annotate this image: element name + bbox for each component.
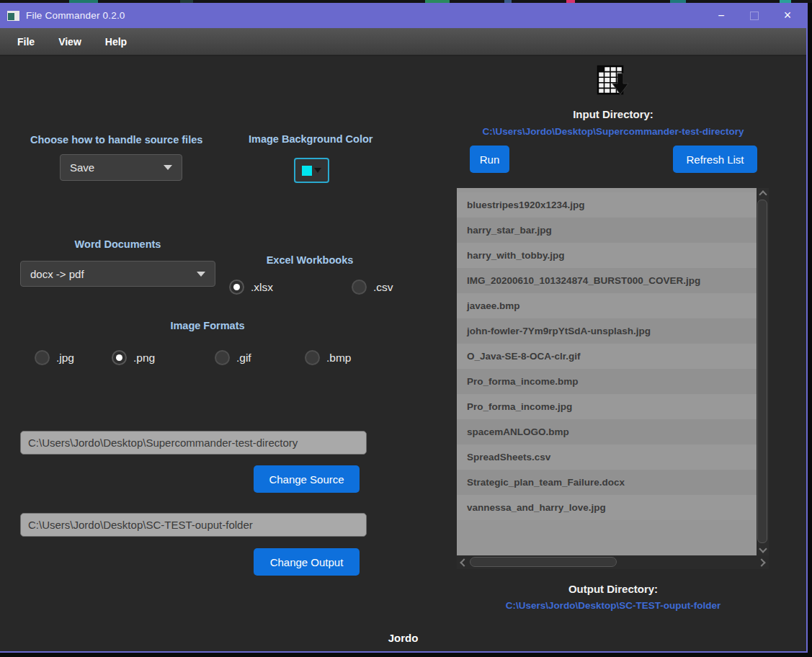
input-directory-label: Input Directory: [457, 108, 769, 120]
screen: File Commander 0.2.0 − × FileViewHelp Ch… [0, 0, 812, 657]
spreadsheet-import-icon [596, 65, 630, 98]
chevron-right-icon [757, 558, 765, 566]
scroll-right-button[interactable] [757, 555, 769, 569]
radio-option-xlsx[interactable]: .xlsx [229, 280, 273, 295]
radio-option-png[interactable]: .png [112, 350, 155, 365]
source-directory-input[interactable]: C:\Users\Jordo\Desktop\Supercommander-te… [20, 431, 367, 455]
window-controls: − × [705, 3, 804, 28]
radio-label: .gif [236, 352, 251, 365]
radio-unselected-icon[interactable] [352, 280, 367, 295]
file-list-item[interactable]: john-fowler-7Ym9rpYtSdA-unsplash.jpg [457, 318, 757, 344]
chevron-down-icon [314, 168, 321, 173]
output-directory-input[interactable]: C:\Users\Jordo\Desktop\SC-TEST-ouput-fol… [20, 513, 367, 537]
menu-item-file[interactable]: File [17, 36, 35, 48]
source-handling-value: Save [70, 161, 94, 174]
chevron-down-icon [197, 272, 205, 277]
menu-bar: FileViewHelp [0, 28, 806, 56]
chevron-down-icon [164, 165, 172, 170]
input-directory-path: C:\Users\Jordo\Desktop\Supercommander-te… [457, 126, 769, 137]
radio-option-bmp[interactable]: .bmp [305, 350, 351, 365]
maximize-icon [750, 12, 759, 20]
image-bg-color-label: Image Background Color [249, 133, 372, 145]
chevron-up-icon [759, 190, 767, 198]
file-list-item[interactable]: Pro_forma_income.bmp [457, 369, 757, 394]
radio-unselected-icon[interactable] [35, 350, 50, 365]
scroll-left-button[interactable] [457, 555, 469, 569]
file-list-item[interactable]: harry_star_bar.jpg [457, 218, 757, 243]
source-handling-dropdown[interactable]: Save [60, 154, 182, 181]
file-list-item[interactable]: SpreadSheets.csv [457, 444, 757, 470]
radio-unselected-icon[interactable] [215, 350, 230, 365]
vertical-scrollbar[interactable] [757, 188, 769, 555]
menu-item-view[interactable]: View [58, 36, 81, 48]
maximize-button[interactable] [738, 3, 771, 28]
output-directory-path: C:\Users\Jordo\Desktop\SC-TEST-ouput-fol… [457, 600, 769, 611]
radio-selected-icon[interactable] [229, 280, 244, 295]
radio-option-gif[interactable]: .gif [215, 350, 251, 365]
refresh-list-button[interactable]: Refresh List [673, 146, 757, 173]
image-bg-color-dropdown[interactable] [294, 158, 329, 183]
source-handling-label: Choose how to handle source files [30, 134, 202, 146]
radio-label: .jpg [56, 352, 74, 365]
scroll-down-button[interactable] [757, 545, 769, 555]
file-list-item[interactable]: Strategic_plan_team_Failure.docx [457, 470, 757, 495]
file-list-item[interactable]: bluestripes1920x1234.jpg [457, 192, 757, 218]
file-list-item[interactable]: O_Java-SE-8-OCA-clr.gif [457, 344, 757, 369]
app-window: File Commander 0.2.0 − × FileViewHelp Ch… [0, 3, 808, 653]
chevron-left-icon [460, 558, 468, 566]
window-title: File Commander 0.2.0 [26, 10, 125, 21]
change-source-button[interactable]: Change Source [254, 465, 360, 493]
horizontal-scrollbar-thumb[interactable] [470, 557, 617, 567]
minimize-icon: − [718, 9, 724, 22]
app-icon [7, 11, 19, 21]
username-label: Jordo [0, 632, 806, 644]
radio-unselected-icon[interactable] [305, 350, 320, 365]
main-content: Choose how to handle source files Save I… [0, 56, 806, 651]
file-list-item[interactable]: Pro_forma_income.jpg [457, 394, 757, 419]
file-list-item[interactable]: spacemANLOGO.bmp [457, 419, 757, 444]
vertical-scrollbar-thumb[interactable] [757, 200, 767, 543]
color-swatch [302, 166, 312, 176]
radio-label: .xlsx [251, 281, 273, 294]
output-directory-label: Output Directory: [457, 583, 769, 595]
word-documents-value: docx -> pdf [30, 268, 84, 280]
horizontal-scrollbar[interactable] [457, 555, 769, 569]
change-output-button[interactable]: Change Output [254, 548, 360, 576]
file-list-frame: bluestripes1920x1234.jpgharry_star_bar.j… [457, 188, 769, 569]
file-list-item[interactable]: javaee.bmp [457, 293, 757, 318]
run-button[interactable]: Run [470, 146, 509, 173]
scroll-up-button[interactable] [757, 188, 769, 199]
excel-workbooks-label: Excel Workbooks [231, 254, 389, 266]
radio-label: .csv [373, 281, 393, 294]
title-bar[interactable]: File Commander 0.2.0 − × [0, 3, 806, 28]
file-list[interactable]: bluestripes1920x1234.jpgharry_star_bar.j… [457, 188, 757, 555]
radio-label: .bmp [326, 352, 351, 365]
close-icon: × [784, 8, 792, 23]
file-list-item[interactable]: vannessa_and_harry_love.jpg [457, 495, 757, 520]
word-documents-label: Word Documents [20, 238, 215, 250]
minimize-button[interactable]: − [705, 3, 738, 28]
image-formats-label: Image Formats [99, 320, 316, 331]
menu-item-help[interactable]: Help [105, 36, 127, 48]
close-button[interactable]: × [771, 3, 804, 28]
radio-label: .png [133, 352, 155, 365]
radio-selected-icon[interactable] [112, 350, 127, 365]
file-list-item[interactable]: harry_with_tobby.jpg [457, 243, 757, 268]
radio-option-jpg[interactable]: .jpg [35, 350, 74, 365]
file-list-item[interactable]: IMG_20200610_101324874_BURST000_COVER.jp… [457, 268, 757, 293]
chevron-down-icon [759, 545, 767, 553]
radio-option-csv[interactable]: .csv [352, 280, 393, 295]
